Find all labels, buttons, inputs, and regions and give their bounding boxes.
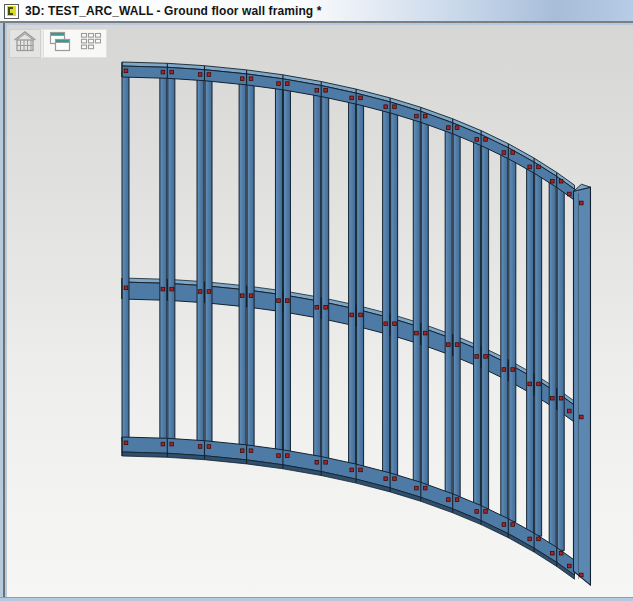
cascade-views-icon <box>48 31 71 56</box>
panel-grid-button[interactable] <box>75 30 106 57</box>
panel-grid-icon <box>80 32 102 55</box>
window-frame-left <box>0 23 5 601</box>
window-title: 3D: TEST_ARC_WALL - Ground floor wall fr… <box>25 4 322 18</box>
wall-framing-view-button[interactable] <box>9 29 41 58</box>
view-window: 3D: TEST_ARC_WALL - Ground floor wall fr… <box>0 0 633 601</box>
titlebar[interactable]: 3D: TEST_ARC_WALL - Ground floor wall fr… <box>0 0 633 23</box>
viewport-3d-canvas[interactable] <box>7 25 633 597</box>
view-window-icon <box>4 4 19 19</box>
window-frame-bottom <box>0 597 633 601</box>
view-toolbar <box>8 28 108 59</box>
cascade-views-button[interactable] <box>44 30 75 57</box>
toolbar-button-group <box>43 29 107 58</box>
house-framing-icon <box>13 30 37 57</box>
